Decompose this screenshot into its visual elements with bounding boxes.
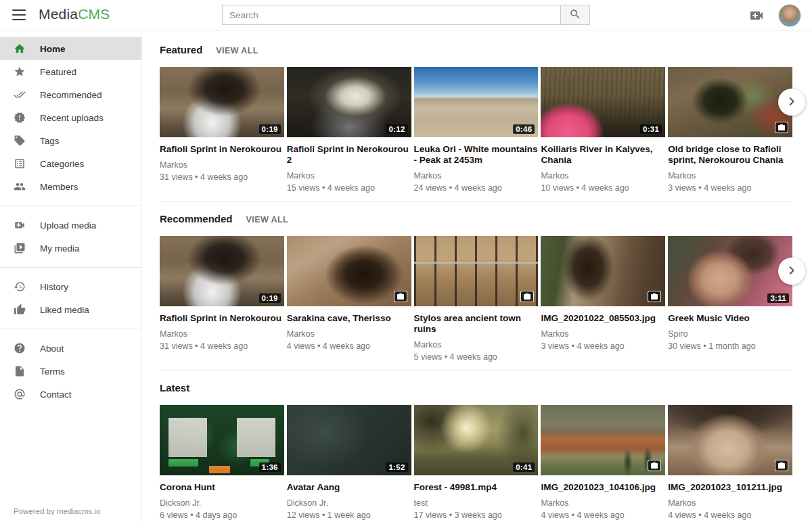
powered-by-text[interactable]: Powered by mediacms.io bbox=[14, 507, 100, 515]
sidebar-item-contact[interactable]: Contact bbox=[0, 383, 141, 406]
media-author[interactable]: Dickson Jr. bbox=[287, 498, 411, 508]
media-thumbnail[interactable]: 1:36 bbox=[160, 405, 284, 475]
media-title[interactable]: Old bridge close to Rafioli sprint, Nero… bbox=[668, 144, 792, 166]
media-title[interactable]: Rafioli Sprint in Nerokourou bbox=[160, 313, 284, 324]
sidebar-item-label: Featured bbox=[40, 67, 76, 77]
app-logo[interactable]: MediaCMS bbox=[39, 6, 110, 22]
media-author[interactable]: Markos bbox=[414, 171, 539, 181]
media-card[interactable]: Old bridge close to Rafioli sprint, Nero… bbox=[668, 67, 792, 193]
view-all-link[interactable]: VIEW ALL bbox=[246, 215, 288, 224]
cards-row: 1:36Corona HuntDickson Jr.6 views • 4 da… bbox=[160, 405, 792, 520]
sidebar-item-liked-media[interactable]: Liked media bbox=[0, 298, 141, 321]
done-all-icon bbox=[14, 89, 26, 101]
sidebar-item-history[interactable]: History bbox=[0, 275, 141, 298]
video-call-icon bbox=[14, 219, 26, 231]
app-header: MediaCMS bbox=[0, 0, 812, 30]
media-title[interactable]: Sarakina cave, Therisso bbox=[287, 313, 411, 324]
sidebar-item-about[interactable]: About bbox=[0, 337, 141, 360]
media-title[interactable]: IMG_20201022_085503.jpg bbox=[541, 313, 665, 324]
media-author[interactable]: Dickson Jr. bbox=[160, 498, 284, 508]
media-title[interactable]: IMG_20201023_101211.jpg bbox=[668, 482, 792, 493]
media-card[interactable]: 0:12Rafioli Sprint in Nerokourou 2Markos… bbox=[287, 67, 411, 193]
media-author[interactable]: Markos bbox=[160, 160, 284, 170]
media-thumbnail[interactable] bbox=[668, 405, 792, 475]
media-thumbnail[interactable]: 1:52 bbox=[287, 405, 411, 475]
media-thumbnail[interactable] bbox=[287, 236, 411, 306]
sidebar-item-members[interactable]: Members bbox=[0, 175, 141, 198]
sidebar-item-tags[interactable]: Tags bbox=[0, 129, 141, 152]
media-title[interactable]: Rafioli Sprint in Nerokourou 2 bbox=[287, 144, 411, 166]
media-title[interactable]: Forest - 49981.mp4 bbox=[414, 482, 539, 493]
media-card[interactable]: IMG_20201022_085503.jpgMarkos3 views • 4… bbox=[541, 236, 665, 362]
media-title[interactable]: Rafioli Sprint in Nerokourou bbox=[160, 144, 284, 155]
media-title[interactable]: Greek Music Video bbox=[668, 313, 792, 324]
media-thumbnail[interactable] bbox=[541, 236, 665, 306]
media-author[interactable]: Markos bbox=[414, 340, 539, 350]
sidebar-item-recommended[interactable]: Recommended bbox=[0, 83, 141, 106]
search-button[interactable] bbox=[560, 5, 590, 25]
media-card[interactable]: 0:19Rafioli Sprint in NerokourouMarkos31… bbox=[160, 236, 284, 362]
media-thumbnail[interactable] bbox=[668, 67, 792, 137]
media-card[interactable]: 0:19Rafioli Sprint in NerokourouMarkos31… bbox=[160, 67, 284, 193]
media-author[interactable]: Markos bbox=[287, 171, 411, 181]
media-thumbnail[interactable]: 3:11 bbox=[668, 236, 792, 306]
media-meta: 6 views • 4 days ago bbox=[160, 510, 284, 520]
sidebar-item-recent-uploads[interactable]: Recent uploads bbox=[0, 106, 141, 129]
media-thumbnail[interactable] bbox=[414, 236, 539, 306]
media-author[interactable]: Spiro bbox=[668, 329, 792, 339]
media-card[interactable]: Sarakina cave, TherissoMarkos4 views • 4… bbox=[287, 236, 411, 362]
duration-badge: 3:11 bbox=[767, 293, 789, 303]
media-author[interactable]: test bbox=[414, 498, 539, 508]
video-call-icon bbox=[748, 16, 765, 26]
upload-media-button[interactable] bbox=[748, 7, 765, 24]
media-author[interactable]: Markos bbox=[541, 329, 665, 339]
media-thumbnail[interactable]: 0:12 bbox=[287, 67, 411, 137]
view-all-link[interactable]: VIEW ALL bbox=[216, 46, 258, 55]
media-author[interactable]: Markos bbox=[541, 171, 665, 181]
media-meta: 15 views • 4 weeks ago bbox=[287, 183, 411, 193]
media-card[interactable]: 1:52Avatar AangDickson Jr.12 views • 1 w… bbox=[287, 405, 411, 520]
media-card[interactable]: 1:36Corona HuntDickson Jr.6 views • 4 da… bbox=[160, 405, 284, 520]
media-author[interactable]: Markos bbox=[287, 329, 411, 339]
media-title[interactable]: Stylos area ancient town ruins bbox=[414, 313, 539, 335]
media-thumbnail[interactable] bbox=[541, 405, 665, 475]
tag-icon bbox=[14, 135, 26, 147]
duration-badge: 0:19 bbox=[259, 124, 281, 134]
search-input[interactable] bbox=[222, 5, 560, 25]
sidebar-item-terms[interactable]: Terms bbox=[0, 360, 141, 383]
media-card[interactable]: IMG_20201023_101211.jpgMarkos4 views • 4… bbox=[668, 405, 792, 520]
media-card[interactable]: 3:11Greek Music VideoSpiro30 views • 1 m… bbox=[668, 236, 792, 362]
media-title[interactable]: Koiliaris River in Kalyves, Chania bbox=[541, 144, 665, 166]
media-title[interactable]: IMG_20201023_104106.jpg bbox=[541, 482, 665, 493]
media-title[interactable]: Leuka Ori - White mountains - Peak at 24… bbox=[414, 144, 539, 166]
media-card[interactable]: IMG_20201023_104106.jpgMarkos4 views • 4… bbox=[541, 405, 665, 520]
sidebar-item-upload-media[interactable]: Upload media bbox=[0, 214, 141, 237]
sidebar-item-label: Members bbox=[40, 182, 78, 192]
media-card[interactable]: 0:46Leuka Ori - White mountains - Peak a… bbox=[414, 67, 539, 193]
media-author[interactable]: Markos bbox=[668, 498, 792, 508]
media-thumbnail[interactable]: 0:46 bbox=[414, 67, 539, 137]
carousel-next-button[interactable] bbox=[778, 258, 805, 285]
media-author[interactable]: Markos bbox=[668, 171, 792, 181]
sidebar-item-categories[interactable]: Categories bbox=[0, 152, 141, 175]
media-author[interactable]: Markos bbox=[160, 329, 284, 339]
section-title: Featured bbox=[160, 44, 202, 55]
media-title[interactable]: Corona Hunt bbox=[160, 482, 284, 493]
media-thumbnail[interactable]: 0:19 bbox=[160, 67, 284, 137]
media-card[interactable]: 0:41Forest - 49981.mp4test17 views • 3 w… bbox=[414, 405, 539, 520]
sidebar-item-home[interactable]: Home bbox=[0, 37, 141, 60]
menu-hamburger-icon[interactable] bbox=[12, 9, 26, 21]
media-thumbnail[interactable]: 0:31 bbox=[541, 67, 665, 137]
media-thumbnail[interactable]: 0:41 bbox=[414, 405, 539, 475]
media-card[interactable]: 0:31Koiliaris River in Kalyves, ChaniaMa… bbox=[541, 67, 665, 193]
media-title[interactable]: Avatar Aang bbox=[287, 482, 411, 493]
sidebar-item-featured[interactable]: Featured bbox=[0, 60, 141, 83]
camera-icon bbox=[775, 122, 788, 133]
sidebar-item-my-media[interactable]: My media bbox=[0, 237, 141, 260]
media-thumbnail[interactable]: 0:19 bbox=[160, 236, 284, 306]
media-author[interactable]: Markos bbox=[541, 498, 665, 508]
carousel-next-button[interactable] bbox=[778, 89, 805, 116]
user-avatar[interactable] bbox=[778, 4, 801, 27]
media-meta: 24 views • 4 weeks ago bbox=[414, 183, 539, 193]
media-card[interactable]: Stylos area ancient town ruinsMarkos5 vi… bbox=[414, 236, 539, 362]
